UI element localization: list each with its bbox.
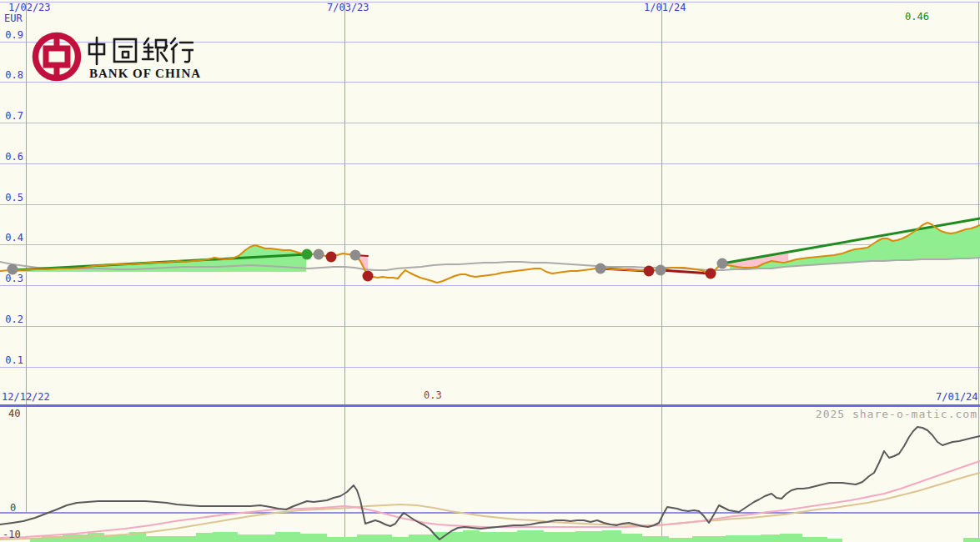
trend-start-marker <box>596 263 606 274</box>
price-line <box>0 223 980 283</box>
volume-bar <box>392 537 409 542</box>
indicator-tick-label: 40 <box>8 409 20 419</box>
trend-start-marker <box>717 258 728 269</box>
price-tick-label: 0.2 <box>0 314 23 324</box>
volume-bar <box>963 538 980 542</box>
trend-end-loss-marker <box>644 266 655 277</box>
last-price-label: 0.3 <box>424 390 442 400</box>
momentum-signal-line <box>0 461 980 538</box>
watermark: 2025 share-o-matic.com <box>816 408 977 420</box>
volume-bar <box>726 535 761 542</box>
volume-bar <box>63 534 88 542</box>
volume-bar <box>602 530 621 542</box>
price-tick-label: 0.9 <box>0 30 23 40</box>
price-tick-label: 0.5 <box>0 193 23 203</box>
volume-bar <box>409 534 434 542</box>
volume-bar <box>327 537 357 542</box>
indicator-tick-label: 0 <box>10 503 16 513</box>
momentum-fast-line <box>0 427 980 539</box>
range-end-date-label: 7/01/24 <box>936 392 978 402</box>
volume-bar <box>463 530 480 542</box>
bank-of-china-emblem-icon <box>32 32 82 82</box>
price-tick-label: 0.7 <box>0 111 23 121</box>
volume-bar <box>669 538 692 542</box>
price-tick-label: 0.3 <box>0 274 23 284</box>
volume-bar <box>146 536 196 542</box>
volume-bar <box>621 534 642 542</box>
volume-bar <box>196 533 213 542</box>
top-axis-date-label: 1/01/24 <box>644 3 686 13</box>
volume-bar <box>544 532 575 542</box>
volume-bar <box>827 539 842 542</box>
trend-end-gain-marker <box>302 249 313 260</box>
price-tick-label: 0.8 <box>0 70 23 80</box>
volume-bar <box>517 530 544 542</box>
range-start-date-label: 12/12/22 <box>2 392 50 402</box>
bank-of-china-logo: BANK OF CHINA <box>32 30 199 82</box>
top-axis-date-label: 1/02/23 <box>8 3 51 13</box>
price-tick-label: 0.6 <box>0 152 23 162</box>
volume-bar <box>761 534 780 542</box>
volume-bar <box>357 534 392 542</box>
trend-start-marker <box>314 249 324 260</box>
volume-bar <box>213 532 238 542</box>
trend-start-marker <box>350 250 361 261</box>
volume-bar <box>692 536 726 542</box>
top-axis-date-label: 7/03/23 <box>327 3 369 13</box>
indicator-tick-label: -10 <box>3 529 21 539</box>
volume-bar <box>642 536 669 542</box>
trend-end-loss-marker <box>363 271 374 282</box>
trend-end-loss-marker <box>326 252 337 263</box>
volume-bar <box>802 537 827 542</box>
price-tick-label: 0.4 <box>0 233 23 243</box>
volume-bar <box>575 531 602 542</box>
volume-bar <box>780 534 802 542</box>
volume-bar <box>480 532 517 542</box>
trend-start-marker <box>656 265 666 276</box>
bank-name-english: BANK OF CHINA <box>89 67 201 81</box>
trend-end-value-label: 0.46 <box>905 12 929 22</box>
price-tick-label: 0.1 <box>0 355 23 365</box>
boc-share-price-chart: EUR 1/02/237/03/231/01/240.90.80.70.60.5… <box>0 0 980 542</box>
currency-label: EUR <box>4 13 23 23</box>
trend-end-loss-marker <box>706 268 716 279</box>
volume-bar <box>275 532 300 542</box>
volume-bar <box>88 533 104 542</box>
volume-bar <box>238 534 275 542</box>
chinese-logotype <box>87 35 193 67</box>
volume-bar <box>300 534 327 542</box>
